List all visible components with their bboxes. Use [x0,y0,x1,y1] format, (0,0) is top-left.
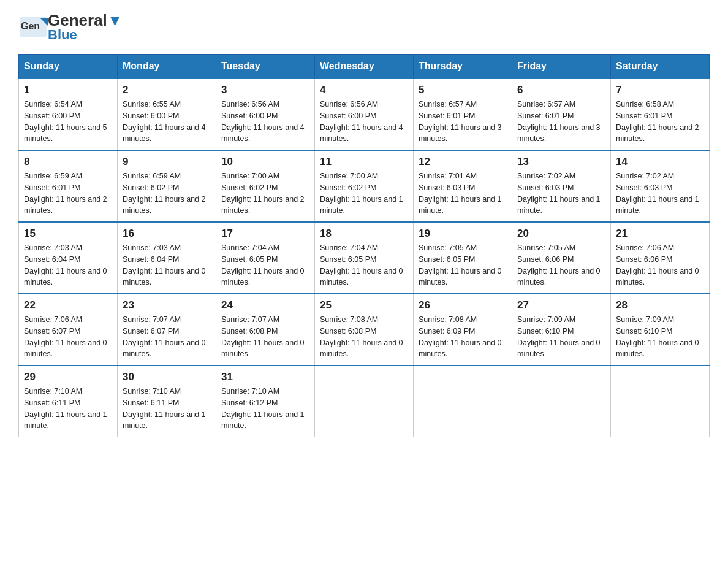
logo-icon: Gen [18,12,48,42]
day-number: 10 [221,156,309,168]
day-info: Sunrise: 7:07 AM Sunset: 6:08 PM Dayligh… [221,314,309,360]
calendar-week-row: 29 Sunrise: 7:10 AM Sunset: 6:11 PM Dayl… [19,366,710,437]
calendar-week-row: 15 Sunrise: 7:03 AM Sunset: 6:04 PM Dayl… [19,222,710,294]
day-info: Sunrise: 7:08 AM Sunset: 6:09 PM Dayligh… [419,314,507,360]
calendar-cell: 31 Sunrise: 7:10 AM Sunset: 6:12 PM Dayl… [216,366,315,437]
day-info: Sunrise: 7:06 AM Sunset: 6:06 PM Dayligh… [616,242,704,288]
calendar-cell [611,366,710,437]
calendar-cell: 6 Sunrise: 6:57 AM Sunset: 6:01 PM Dayli… [512,79,611,150]
day-info: Sunrise: 6:56 AM Sunset: 6:00 PM Dayligh… [320,99,408,145]
calendar-cell: 10 Sunrise: 7:00 AM Sunset: 6:02 PM Dayl… [216,150,315,222]
day-info: Sunrise: 7:04 AM Sunset: 6:05 PM Dayligh… [320,242,408,288]
day-info: Sunrise: 7:01 AM Sunset: 6:03 PM Dayligh… [419,170,507,216]
calendar-cell: 23 Sunrise: 7:07 AM Sunset: 6:07 PM Dayl… [118,294,216,366]
day-number: 2 [123,84,211,96]
day-number: 24 [221,299,309,312]
day-number: 22 [24,299,112,312]
day-info: Sunrise: 7:10 AM Sunset: 6:11 PM Dayligh… [123,386,211,432]
logo: Gen General▼ Blue [18,12,123,42]
calendar-cell: 17 Sunrise: 7:04 AM Sunset: 6:05 PM Dayl… [216,222,315,294]
calendar-cell: 4 Sunrise: 6:56 AM Sunset: 6:00 PM Dayli… [315,79,414,150]
calendar-cell: 1 Sunrise: 6:54 AM Sunset: 6:00 PM Dayli… [19,79,118,150]
day-number: 30 [123,371,211,383]
day-info: Sunrise: 7:04 AM Sunset: 6:05 PM Dayligh… [221,242,309,288]
calendar-week-row: 1 Sunrise: 6:54 AM Sunset: 6:00 PM Dayli… [19,79,710,150]
day-number: 21 [616,228,704,240]
calendar-cell [414,366,512,437]
calendar-cell: 22 Sunrise: 7:06 AM Sunset: 6:07 PM Dayl… [19,294,118,366]
day-number: 5 [419,84,507,96]
col-header-wednesday: Wednesday [315,55,414,79]
calendar-cell [315,366,414,437]
calendar-cell: 26 Sunrise: 7:08 AM Sunset: 6:09 PM Dayl… [414,294,512,366]
calendar-cell [512,366,611,437]
calendar-cell: 9 Sunrise: 6:59 AM Sunset: 6:02 PM Dayli… [118,150,216,222]
day-info: Sunrise: 6:54 AM Sunset: 6:00 PM Dayligh… [24,99,112,145]
col-header-friday: Friday [512,55,611,79]
calendar-cell: 25 Sunrise: 7:08 AM Sunset: 6:08 PM Dayl… [315,294,414,366]
day-number: 25 [320,299,408,312]
calendar-cell: 14 Sunrise: 7:02 AM Sunset: 6:03 PM Dayl… [611,150,710,222]
page-header: Gen General▼ Blue [18,12,710,42]
day-info: Sunrise: 7:06 AM Sunset: 6:07 PM Dayligh… [24,314,112,360]
calendar-cell: 13 Sunrise: 7:02 AM Sunset: 6:03 PM Dayl… [512,150,611,222]
day-info: Sunrise: 6:57 AM Sunset: 6:01 PM Dayligh… [419,99,507,145]
day-number: 19 [419,228,507,240]
day-info: Sunrise: 7:09 AM Sunset: 6:10 PM Dayligh… [616,314,704,360]
calendar-cell: 20 Sunrise: 7:05 AM Sunset: 6:06 PM Dayl… [512,222,611,294]
day-info: Sunrise: 7:00 AM Sunset: 6:02 PM Dayligh… [221,170,309,216]
day-number: 29 [24,371,112,383]
day-number: 14 [616,156,704,168]
calendar-cell: 3 Sunrise: 6:56 AM Sunset: 6:00 PM Dayli… [216,79,315,150]
day-info: Sunrise: 7:10 AM Sunset: 6:11 PM Dayligh… [24,386,112,432]
calendar-cell: 5 Sunrise: 6:57 AM Sunset: 6:01 PM Dayli… [414,79,512,150]
calendar-cell: 30 Sunrise: 7:10 AM Sunset: 6:11 PM Dayl… [118,366,216,437]
calendar-header-row: SundayMondayTuesdayWednesdayThursdayFrid… [19,55,710,79]
calendar-cell: 21 Sunrise: 7:06 AM Sunset: 6:06 PM Dayl… [611,222,710,294]
day-info: Sunrise: 6:59 AM Sunset: 6:01 PM Dayligh… [24,170,112,216]
day-number: 4 [320,84,408,96]
calendar-week-row: 22 Sunrise: 7:06 AM Sunset: 6:07 PM Dayl… [19,294,710,366]
calendar-cell: 2 Sunrise: 6:55 AM Sunset: 6:00 PM Dayli… [118,79,216,150]
day-number: 11 [320,156,408,168]
day-number: 20 [517,228,605,240]
day-info: Sunrise: 7:09 AM Sunset: 6:10 PM Dayligh… [517,314,605,360]
calendar-cell: 18 Sunrise: 7:04 AM Sunset: 6:05 PM Dayl… [315,222,414,294]
calendar-cell: 28 Sunrise: 7:09 AM Sunset: 6:10 PM Dayl… [611,294,710,366]
day-number: 27 [517,299,605,312]
calendar-cell: 12 Sunrise: 7:01 AM Sunset: 6:03 PM Dayl… [414,150,512,222]
day-number: 31 [221,371,309,383]
calendar-cell: 24 Sunrise: 7:07 AM Sunset: 6:08 PM Dayl… [216,294,315,366]
day-number: 12 [419,156,507,168]
day-info: Sunrise: 7:08 AM Sunset: 6:08 PM Dayligh… [320,314,408,360]
day-info: Sunrise: 6:58 AM Sunset: 6:01 PM Dayligh… [616,99,704,145]
day-info: Sunrise: 7:03 AM Sunset: 6:04 PM Dayligh… [24,242,112,288]
day-info: Sunrise: 7:10 AM Sunset: 6:12 PM Dayligh… [221,386,309,432]
calendar-cell: 29 Sunrise: 7:10 AM Sunset: 6:11 PM Dayl… [19,366,118,437]
calendar-cell: 8 Sunrise: 6:59 AM Sunset: 6:01 PM Dayli… [19,150,118,222]
day-info: Sunrise: 6:57 AM Sunset: 6:01 PM Dayligh… [517,99,605,145]
day-number: 23 [123,299,211,312]
calendar-cell: 27 Sunrise: 7:09 AM Sunset: 6:10 PM Dayl… [512,294,611,366]
day-info: Sunrise: 7:02 AM Sunset: 6:03 PM Dayligh… [616,170,704,216]
day-info: Sunrise: 7:00 AM Sunset: 6:02 PM Dayligh… [320,170,408,216]
day-info: Sunrise: 6:56 AM Sunset: 6:00 PM Dayligh… [221,99,309,145]
day-info: Sunrise: 7:02 AM Sunset: 6:03 PM Dayligh… [517,170,605,216]
day-number: 13 [517,156,605,168]
day-info: Sunrise: 7:05 AM Sunset: 6:05 PM Dayligh… [419,242,507,288]
day-number: 18 [320,228,408,240]
col-header-monday: Monday [118,55,216,79]
calendar-cell: 19 Sunrise: 7:05 AM Sunset: 6:05 PM Dayl… [414,222,512,294]
calendar-cell: 11 Sunrise: 7:00 AM Sunset: 6:02 PM Dayl… [315,150,414,222]
day-info: Sunrise: 7:03 AM Sunset: 6:04 PM Dayligh… [123,242,211,288]
day-number: 8 [24,156,112,168]
day-number: 6 [517,84,605,96]
calendar-week-row: 8 Sunrise: 6:59 AM Sunset: 6:01 PM Dayli… [19,150,710,222]
day-number: 26 [419,299,507,312]
day-number: 16 [123,228,211,240]
day-info: Sunrise: 7:05 AM Sunset: 6:06 PM Dayligh… [517,242,605,288]
day-number: 9 [123,156,211,168]
day-number: 3 [221,84,309,96]
calendar-cell: 16 Sunrise: 7:03 AM Sunset: 6:04 PM Dayl… [118,222,216,294]
day-number: 7 [616,84,704,96]
